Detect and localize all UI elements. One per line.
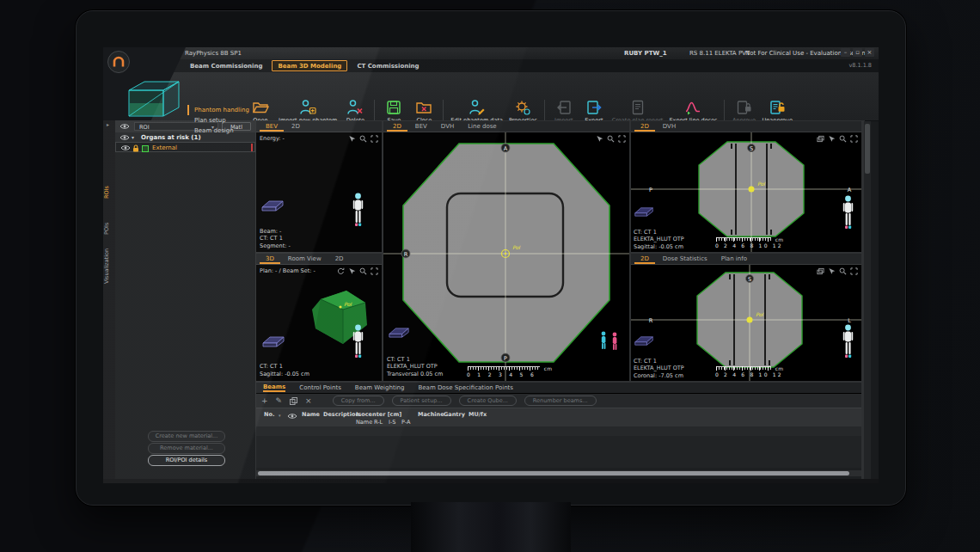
add-beam-icon[interactable]: +: [261, 397, 268, 405]
horizontal-scrollbar[interactable]: [256, 470, 861, 476]
vertical-scrollbar-thumb[interactable]: [865, 124, 870, 174]
sort-indicator-icon[interactable]: ▾: [279, 413, 281, 418]
zoom-icon[interactable]: [359, 135, 367, 143]
transversal-viewport[interactable]: 2D BEV DVH Line dose A R P PoI: [383, 121, 629, 381]
pan-icon[interactable]: [828, 267, 836, 275]
expand-icon[interactable]: [618, 135, 626, 143]
version-label: v8.1.1.8: [848, 62, 872, 69]
visibility-eye-icon[interactable]: [119, 123, 130, 130]
bev-tab[interactable]: BEV: [409, 121, 433, 132]
rotate-icon[interactable]: [337, 267, 345, 275]
side-tab-rois[interactable]: ROIs: [103, 181, 115, 205]
minimize-button[interactable]: –: [841, 48, 850, 57]
column-gantry[interactable]: Gantry: [444, 411, 465, 418]
bev-view-tools[interactable]: [348, 135, 378, 143]
close-button[interactable]: ×: [865, 48, 874, 57]
roi-eye-icon[interactable]: [120, 144, 131, 151]
copy-beam-icon[interactable]: [290, 397, 297, 405]
column-mu[interactable]: MU/fx: [469, 411, 487, 418]
pan-icon[interactable]: [596, 135, 603, 143]
bev-2d-tab[interactable]: 2D: [285, 121, 306, 132]
bev-viewport[interactable]: BEV 2D Energy: - Beam: - CT: CT 1 Segmen…: [256, 121, 382, 252]
create-new-material-button[interactable]: Create new material...: [148, 431, 225, 442]
coronal-viewport[interactable]: 2D Dose Statistics Plan info S R L PoI: [631, 254, 861, 381]
3d-tab[interactable]: 3D: [260, 254, 280, 264]
transversal-view-tools[interactable]: [596, 135, 626, 143]
3d-viewport[interactable]: 3D Room View 2D Plan: - / Beam Set: - Po…: [256, 254, 382, 381]
renumber-beams-button[interactable]: Renumber beams...: [524, 396, 597, 406]
column-visibility-eye-icon[interactable]: [287, 413, 297, 420]
tab-beam-commissioning[interactable]: Beam Commissioning: [185, 61, 267, 71]
zoom-icon[interactable]: [839, 267, 847, 275]
2d-tab[interactable]: 2D: [634, 121, 655, 132]
remove-material-button[interactable]: Remove material...: [148, 443, 225, 454]
expander-caret-icon[interactable]: ▾: [132, 134, 134, 140]
beams-table-body[interactable]: [256, 426, 861, 468]
horizontal-scrollbar-thumb[interactable]: [258, 471, 849, 475]
collapse-arrow-icon[interactable]: ▸: [107, 121, 109, 127]
pan-icon[interactable]: [348, 135, 356, 143]
beam-weighting-tab[interactable]: Beam Weighting: [355, 384, 405, 391]
beams-tab[interactable]: Beams: [263, 383, 285, 392]
2d-tab[interactable]: 2D: [387, 121, 407, 132]
transversal-slice-canvas[interactable]: A R P PoI: [383, 132, 629, 381]
roi-row-external[interactable]: External: [115, 142, 255, 152]
column-machine[interactable]: Machine: [418, 411, 444, 418]
roi-poi-details-button[interactable]: ROI/POI details: [148, 455, 225, 466]
patient-setup-button[interactable]: Patient setup...: [392, 396, 451, 406]
pan-icon[interactable]: [828, 135, 836, 143]
expand-icon[interactable]: [850, 135, 858, 143]
poi-label: PoI: [344, 301, 352, 307]
create-qube-button[interactable]: Create Qube...: [459, 396, 517, 406]
nav-plan-setup[interactable]: Plan setup: [187, 115, 249, 126]
side-tab-visualization[interactable]: Visualization: [103, 241, 115, 291]
room-view-tab[interactable]: Room View: [282, 254, 328, 264]
expand-icon[interactable]: [371, 267, 378, 275]
sagittal-viewport[interactable]: 2D DVH S P A PoI: [631, 121, 861, 252]
column-isocenter[interactable]: Isocenter [cm]: [356, 411, 401, 418]
tab-ct-commissioning[interactable]: CT Commissioning: [352, 61, 424, 71]
layers-icon[interactable]: [817, 267, 824, 275]
column-iso-pa[interactable]: P-A: [401, 419, 410, 426]
bev-tab[interactable]: BEV: [260, 121, 284, 132]
3d-2d-tab[interactable]: 2D: [329, 254, 350, 264]
beam-dose-specification-points-tab[interactable]: Beam Dose Specification Points: [419, 384, 514, 391]
expand-icon[interactable]: [371, 135, 378, 143]
tab-beam-3d-modeling[interactable]: Beam 3D Modeling: [272, 60, 347, 71]
3d-view-tools[interactable]: [337, 267, 378, 275]
svg-text:S: S: [748, 276, 751, 283]
edit-beam-icon[interactable]: ✎: [276, 397, 283, 405]
2d-tab[interactable]: 2D: [634, 254, 655, 264]
restore-button[interactable]: ▫: [853, 48, 862, 57]
copy-from-button[interactable]: Copy from...: [333, 396, 384, 406]
zoom-icon[interactable]: [839, 135, 847, 143]
sagittal-view-tools[interactable]: [817, 135, 858, 143]
column-description[interactable]: Description: [323, 411, 359, 418]
zoom-icon[interactable]: [359, 267, 367, 275]
slice-label: Sagittal: -0.05 cm: [634, 243, 684, 251]
pan-icon[interactable]: [348, 267, 356, 275]
column-iso-name[interactable]: Name: [356, 419, 372, 426]
slice-label: Sagittal: -0.05 cm: [260, 371, 309, 378]
group-eye-icon[interactable]: [119, 134, 130, 141]
svg-text:S: S: [750, 145, 753, 152]
layers-icon[interactable]: [817, 135, 824, 143]
nav-phantom-handling[interactable]: Phantom handling: [187, 105, 249, 115]
dose-statistics-tab[interactable]: Dose Statistics: [657, 254, 714, 264]
plan-info-tab[interactable]: Plan info: [715, 254, 753, 264]
coronal-view-tools[interactable]: [817, 267, 858, 275]
side-tab-pois[interactable]: POIs: [103, 217, 115, 241]
zoom-icon[interactable]: [607, 135, 615, 143]
column-iso-rl[interactable]: R-L: [374, 419, 383, 426]
dvh-tab[interactable]: DVH: [435, 121, 460, 132]
control-points-tab[interactable]: Control Points: [299, 384, 341, 391]
column-name[interactable]: Name: [302, 411, 320, 418]
column-no[interactable]: No.: [264, 411, 274, 418]
expand-icon[interactable]: [850, 267, 858, 275]
column-iso-is[interactable]: I-S: [389, 419, 395, 426]
nav-beam-design[interactable]: Beam design: [187, 126, 249, 136]
vertical-scrollbar[interactable]: [864, 121, 871, 479]
delete-beam-icon[interactable]: ×: [305, 397, 312, 405]
dvh-tab[interactable]: DVH: [657, 121, 682, 132]
line-dose-tab[interactable]: Line dose: [462, 121, 503, 132]
